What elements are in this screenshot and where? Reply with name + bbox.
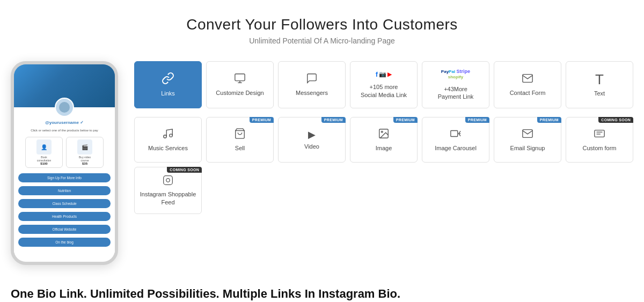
phone-btn-5[interactable]: Official Website [18,225,111,234]
svg-point-3 [164,135,167,138]
feature-card-social[interactable]: f 📷 ▶ +105 moreSocial Media Link [350,61,418,108]
customform-label: Custom form [583,144,617,152]
product-icon-2: 🎬 [77,139,92,154]
customform-badge: COMING SOON [598,117,633,123]
sell-icon [234,128,246,141]
empty-cell-3 [350,167,418,214]
page-subtitle: Unlimited Potential Of A Micro-landing P… [186,36,458,45]
customize-label: Customize Design [216,89,264,97]
product-price-2: $35 [82,162,87,165]
phone-btn-6[interactable]: On the blog [18,238,111,247]
bottom-section: One Bio Link. Unlimited Possibilities. M… [11,276,633,302]
feature-card-video[interactable]: PREMIUM ▶ Video [278,117,346,163]
payment-label: +43MorePayment Link [438,85,474,101]
messengers-label: Messengers [296,89,328,97]
instagram-label: Instagram Shoppable Feed [139,190,197,206]
phone-product-1: 👤 Bookconsultation $100 [25,137,63,168]
phone-screen: @yourusername ✓ Click or select one of t… [14,64,115,253]
phone-mockup: @yourusername ✓ Click or select one of t… [11,61,118,265]
svg-rect-0 [235,74,245,81]
empty-cell-6 [566,167,633,214]
header: Convert Your Followers Into Customers Un… [186,16,458,45]
carousel-icon [450,128,462,141]
instagram-badge: COMING SOON [167,167,202,173]
music-icon [162,128,174,141]
messengers-icon [306,72,318,86]
sell-badge: PREMIUM [250,117,274,123]
sell-label: Sell [235,144,245,152]
phone-description: Click or select one of the products belo… [31,128,98,132]
image-icon [378,128,390,141]
video-badge: PREMIUM [321,117,346,123]
svg-rect-10 [595,130,604,137]
image-label: Image [376,144,392,152]
video-label: Video [304,143,319,150]
features-grid-section: Links Customize Design [134,61,633,214]
links-label: Links [161,90,175,97]
feature-card-sell[interactable]: PREMIUM Sell [206,117,274,163]
feature-card-payment[interactable]: PayPal Stripe shopify +43MorePayment Lin… [422,61,489,108]
feature-card-messengers[interactable]: Messengers [278,61,346,108]
links-icon [162,72,174,86]
svg-point-7 [381,131,383,133]
avatar [55,98,74,117]
social-label: +105 moreSocial Media Link [361,83,407,99]
page-wrapper: Convert Your Followers Into Customers Un… [0,0,644,302]
customize-icon [234,72,246,86]
emailsignup-icon [522,128,533,141]
customform-icon [594,128,605,141]
emailsignup-label: Email Signup [510,144,545,152]
text-icon: T [595,72,604,86]
product-label-2: Buy videocourse [79,156,91,162]
phone-username: @yourusername ✓ [45,120,84,125]
feature-card-music[interactable]: Music Services [134,117,202,163]
instagram-icon [163,175,173,187]
features-grid-row3: COMING SOON Instagram Shoppable Feed [134,167,633,214]
bottom-title: One Bio Link. Unlimited Possibilities. M… [11,286,633,302]
feature-card-image[interactable]: PREMIUM Image [350,117,418,163]
phone-btn-2[interactable]: Nutrition [18,186,111,195]
phone-btn-4[interactable]: Health Products [18,212,111,221]
content-area: @yourusername ✓ Click or select one of t… [11,61,633,265]
carousel-badge: PREMIUM [465,117,489,123]
feature-card-carousel[interactable]: PREMIUM Image Carousel [422,117,489,163]
phone-btn-3[interactable]: Class Schedule [18,199,111,208]
feature-card-emailsignup[interactable]: PREMIUM Email Signup [494,117,561,163]
text-label: Text [594,90,605,97]
contact-icon [522,72,533,86]
carousel-label: Image Carousel [435,144,477,152]
feature-card-links[interactable]: Links [134,61,202,108]
svg-rect-13 [164,176,173,185]
phone-header-bg [14,64,115,107]
page-title: Convert Your Followers Into Customers [186,16,458,33]
features-grid-row1: Links Customize Design [134,61,633,108]
image-badge: PREMIUM [393,117,418,123]
payment-icon: PayPal Stripe shopify [441,69,470,82]
empty-cell-1 [206,167,274,214]
social-icon: f 📷 ▶ [376,71,392,80]
features-grid-row2: Music Services PREMIUM Sell [134,117,633,163]
product-icon-1: 👤 [36,139,52,154]
feature-card-customize[interactable]: Customize Design [206,61,274,108]
emailsignup-badge: PREMIUM [537,117,561,123]
feature-card-contact[interactable]: Contact Form [494,61,561,108]
empty-cell-5 [494,167,561,214]
empty-cell-2 [278,167,346,214]
feature-card-instagram[interactable]: COMING SOON Instagram Shoppable Feed [134,167,202,214]
product-price-1: $100 [40,162,47,165]
phone-products: 👤 Bookconsultation $100 🎬 Buy videocours… [25,137,104,168]
svg-point-4 [170,134,173,137]
contact-label: Contact Form [510,89,546,97]
video-icon: ▶ [308,130,316,139]
feature-card-customform[interactable]: COMING SOON Custom form [566,117,633,163]
phone-product-2: 🎬 Buy videocourse $35 [66,137,104,168]
feature-card-text[interactable]: T Text [566,61,633,108]
music-label: Music Services [148,144,188,152]
empty-cell-4 [422,167,489,214]
phone-body: @yourusername ✓ Click or select one of t… [14,107,115,253]
phone-btn-1[interactable]: Sign Up For More Info [18,173,111,182]
product-label-1: Bookconsultation [37,156,52,162]
svg-rect-8 [451,131,458,137]
